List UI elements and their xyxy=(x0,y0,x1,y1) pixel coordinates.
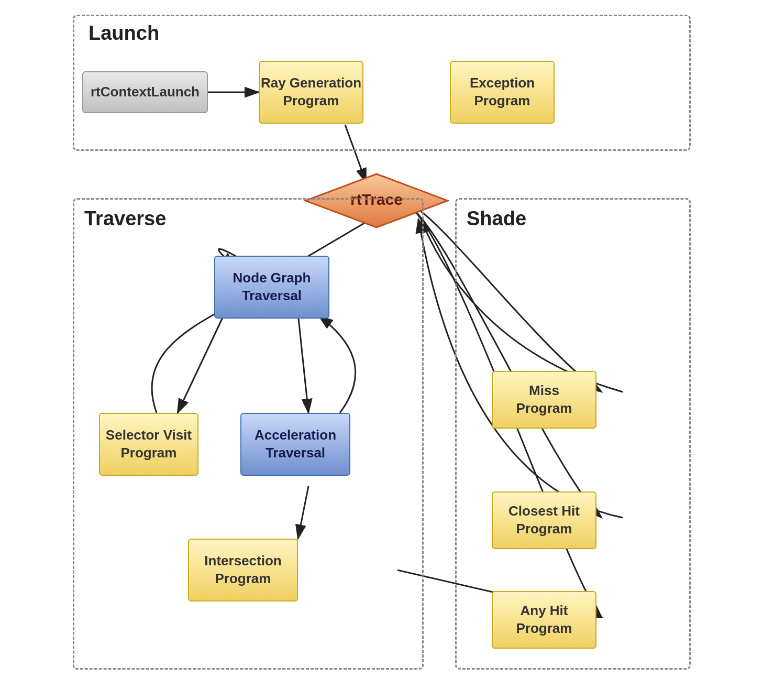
ray-gen-program-node: Ray Generation Program xyxy=(259,61,363,124)
node-graph-traversal-node: Node Graph Traversal xyxy=(214,256,329,319)
miss-program-node: Miss Program xyxy=(492,371,596,429)
intersection-program-node: Intersection Program xyxy=(188,539,298,601)
diagram-container: Launch rtContextLaunch Ray Generation Pr… xyxy=(73,15,701,685)
selector-visit-program-node: Selector Visit Program xyxy=(99,413,198,476)
acceleration-traversal-node: Acceleration Traversal xyxy=(240,413,350,476)
shade-label: Shade xyxy=(467,207,526,230)
exception-program-node: Exception Program xyxy=(450,61,555,124)
traverse-label: Traverse xyxy=(84,207,166,230)
rt-context-launch-node: rtContextLaunch xyxy=(82,71,208,113)
closest-hit-program-node: Closest Hit Program xyxy=(492,491,596,549)
any-hit-program-node: Any Hit Program xyxy=(492,591,596,649)
launch-label: Launch xyxy=(89,22,159,45)
